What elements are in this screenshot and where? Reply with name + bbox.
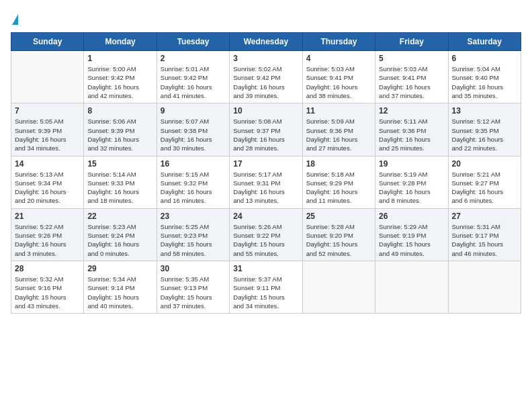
logo xyxy=(11,11,18,27)
calendar-cell: 29Sunrise: 5:34 AMSunset: 9:14 PMDayligh… xyxy=(84,261,157,313)
day-info: Sunrise: 5:34 AMSunset: 9:14 PMDaylight:… xyxy=(87,275,152,310)
calendar-cell: 17Sunrise: 5:17 AMSunset: 9:31 PMDayligh… xyxy=(230,156,302,208)
calendar-cell: 30Sunrise: 5:35 AMSunset: 9:13 PMDayligh… xyxy=(157,261,229,313)
calendar-cell: 23Sunrise: 5:25 AMSunset: 9:23 PMDayligh… xyxy=(157,208,229,261)
day-info: Sunrise: 5:08 AMSunset: 9:37 PMDaylight:… xyxy=(233,117,298,152)
calendar-cell: 7Sunrise: 5:05 AMSunset: 9:39 PMDaylight… xyxy=(11,103,84,156)
weekday-friday: Friday xyxy=(375,33,448,51)
day-info: Sunrise: 5:09 AMSunset: 9:36 PMDaylight:… xyxy=(306,117,371,152)
day-info: Sunrise: 5:07 AMSunset: 9:38 PMDaylight:… xyxy=(161,117,226,152)
day-info: Sunrise: 5:04 AMSunset: 9:40 PMDaylight:… xyxy=(452,64,517,100)
day-number: 22 xyxy=(87,212,152,221)
day-number: 18 xyxy=(306,159,371,169)
weekday-header-row: SundayMondayTuesdayWednesdayThursdayFrid… xyxy=(11,33,521,51)
day-info: Sunrise: 5:37 AMSunset: 9:11 PMDaylight:… xyxy=(233,275,298,310)
day-info: Sunrise: 5:18 AMSunset: 9:29 PMDaylight:… xyxy=(306,170,371,205)
calendar-cell: 26Sunrise: 5:29 AMSunset: 9:19 PMDayligh… xyxy=(375,208,448,261)
calendar-cell xyxy=(11,51,84,103)
calendar-cell: 6Sunrise: 5:04 AMSunset: 9:40 PMDaylight… xyxy=(448,51,521,103)
calendar-cell: 24Sunrise: 5:26 AMSunset: 9:22 PMDayligh… xyxy=(230,208,302,261)
day-info: Sunrise: 5:32 AMSunset: 9:16 PMDaylight:… xyxy=(15,275,80,310)
calendar-cell xyxy=(375,261,448,313)
calendar-cell: 2Sunrise: 5:01 AMSunset: 9:42 PMDaylight… xyxy=(157,51,229,103)
calendar-cell: 18Sunrise: 5:18 AMSunset: 9:29 PMDayligh… xyxy=(302,156,375,208)
weekday-wednesday: Wednesday xyxy=(230,33,302,51)
day-info: Sunrise: 5:03 AMSunset: 9:41 PMDaylight:… xyxy=(379,64,444,100)
calendar-cell: 31Sunrise: 5:37 AMSunset: 9:11 PMDayligh… xyxy=(230,261,302,313)
calendar-cell: 15Sunrise: 5:14 AMSunset: 9:33 PMDayligh… xyxy=(84,156,157,208)
calendar-cell: 9Sunrise: 5:07 AMSunset: 9:38 PMDaylight… xyxy=(157,103,229,156)
day-info: Sunrise: 5:03 AMSunset: 9:41 PMDaylight:… xyxy=(306,64,371,100)
day-number: 25 xyxy=(306,212,371,221)
day-info: Sunrise: 5:01 AMSunset: 9:42 PMDaylight:… xyxy=(161,64,226,100)
day-info: Sunrise: 5:26 AMSunset: 9:22 PMDaylight:… xyxy=(233,222,298,258)
day-info: Sunrise: 5:06 AMSunset: 9:39 PMDaylight:… xyxy=(87,117,152,152)
day-number: 31 xyxy=(233,264,298,273)
day-number: 10 xyxy=(233,106,298,116)
day-number: 12 xyxy=(379,106,444,116)
day-number: 11 xyxy=(306,106,371,116)
day-number: 19 xyxy=(379,159,444,169)
day-number: 2 xyxy=(161,54,226,63)
calendar-week-row: 1Sunrise: 5:00 AMSunset: 9:42 PMDaylight… xyxy=(11,51,521,103)
calendar-cell: 28Sunrise: 5:32 AMSunset: 9:16 PMDayligh… xyxy=(11,261,84,313)
day-number: 7 xyxy=(15,106,80,116)
day-info: Sunrise: 5:14 AMSunset: 9:33 PMDaylight:… xyxy=(87,170,152,205)
calendar-cell: 16Sunrise: 5:15 AMSunset: 9:32 PMDayligh… xyxy=(157,156,229,208)
calendar-cell: 4Sunrise: 5:03 AMSunset: 9:41 PMDaylight… xyxy=(302,51,375,103)
day-number: 20 xyxy=(452,159,517,169)
day-number: 8 xyxy=(87,106,152,116)
calendar-cell: 8Sunrise: 5:06 AMSunset: 9:39 PMDaylight… xyxy=(84,103,157,156)
day-info: Sunrise: 5:05 AMSunset: 9:39 PMDaylight:… xyxy=(15,117,80,152)
day-number: 5 xyxy=(379,54,444,63)
day-number: 26 xyxy=(379,212,444,221)
day-number: 28 xyxy=(15,264,80,273)
day-number: 3 xyxy=(233,54,298,63)
day-number: 16 xyxy=(161,159,226,169)
calendar-cell: 13Sunrise: 5:12 AMSunset: 9:35 PMDayligh… xyxy=(448,103,521,156)
day-info: Sunrise: 5:25 AMSunset: 9:23 PMDaylight:… xyxy=(161,222,226,258)
day-info: Sunrise: 5:22 AMSunset: 9:26 PMDaylight:… xyxy=(15,222,80,258)
day-info: Sunrise: 5:21 AMSunset: 9:27 PMDaylight:… xyxy=(452,170,517,205)
day-info: Sunrise: 5:19 AMSunset: 9:28 PMDaylight:… xyxy=(379,170,444,205)
calendar-week-row: 7Sunrise: 5:05 AMSunset: 9:39 PMDaylight… xyxy=(11,103,521,156)
day-number: 21 xyxy=(15,212,80,221)
calendar-cell: 10Sunrise: 5:08 AMSunset: 9:37 PMDayligh… xyxy=(230,103,302,156)
day-number: 30 xyxy=(161,264,226,273)
day-info: Sunrise: 5:13 AMSunset: 9:34 PMDaylight:… xyxy=(15,170,80,205)
day-number: 4 xyxy=(306,54,371,63)
calendar-cell: 11Sunrise: 5:09 AMSunset: 9:36 PMDayligh… xyxy=(302,103,375,156)
calendar-cell: 12Sunrise: 5:11 AMSunset: 9:36 PMDayligh… xyxy=(375,103,448,156)
day-info: Sunrise: 5:31 AMSunset: 9:17 PMDaylight:… xyxy=(452,222,517,258)
logo-triangle-icon xyxy=(12,14,18,25)
day-number: 24 xyxy=(233,212,298,221)
calendar-cell: 22Sunrise: 5:23 AMSunset: 9:24 PMDayligh… xyxy=(84,208,157,261)
day-info: Sunrise: 5:35 AMSunset: 9:13 PMDaylight:… xyxy=(161,275,226,310)
calendar-cell xyxy=(448,261,521,313)
calendar-cell: 21Sunrise: 5:22 AMSunset: 9:26 PMDayligh… xyxy=(11,208,84,261)
calendar-cell: 14Sunrise: 5:13 AMSunset: 9:34 PMDayligh… xyxy=(11,156,84,208)
day-number: 15 xyxy=(87,159,152,169)
day-number: 14 xyxy=(15,159,80,169)
day-number: 6 xyxy=(452,54,517,63)
day-number: 13 xyxy=(452,106,517,116)
day-info: Sunrise: 5:23 AMSunset: 9:24 PMDaylight:… xyxy=(87,222,152,258)
calendar-week-row: 28Sunrise: 5:32 AMSunset: 9:16 PMDayligh… xyxy=(11,261,521,313)
day-number: 27 xyxy=(452,212,517,221)
day-info: Sunrise: 5:15 AMSunset: 9:32 PMDaylight:… xyxy=(161,170,226,205)
page-header xyxy=(11,11,521,27)
day-info: Sunrise: 5:12 AMSunset: 9:35 PMDaylight:… xyxy=(452,117,517,152)
calendar-cell: 19Sunrise: 5:19 AMSunset: 9:28 PMDayligh… xyxy=(375,156,448,208)
calendar-table: SundayMondayTuesdayWednesdayThursdayFrid… xyxy=(11,32,521,314)
day-number: 17 xyxy=(233,159,298,169)
calendar-cell: 25Sunrise: 5:28 AMSunset: 9:20 PMDayligh… xyxy=(302,208,375,261)
day-number: 1 xyxy=(87,54,152,63)
calendar-cell: 3Sunrise: 5:02 AMSunset: 9:42 PMDaylight… xyxy=(230,51,302,103)
day-info: Sunrise: 5:29 AMSunset: 9:19 PMDaylight:… xyxy=(379,222,444,258)
day-number: 29 xyxy=(87,264,152,273)
calendar-week-row: 21Sunrise: 5:22 AMSunset: 9:26 PMDayligh… xyxy=(11,208,521,261)
day-info: Sunrise: 5:00 AMSunset: 9:42 PMDaylight:… xyxy=(87,64,152,100)
day-info: Sunrise: 5:17 AMSunset: 9:31 PMDaylight:… xyxy=(233,170,298,205)
calendar-cell: 1Sunrise: 5:00 AMSunset: 9:42 PMDaylight… xyxy=(84,51,157,103)
day-info: Sunrise: 5:28 AMSunset: 9:20 PMDaylight:… xyxy=(306,222,371,258)
